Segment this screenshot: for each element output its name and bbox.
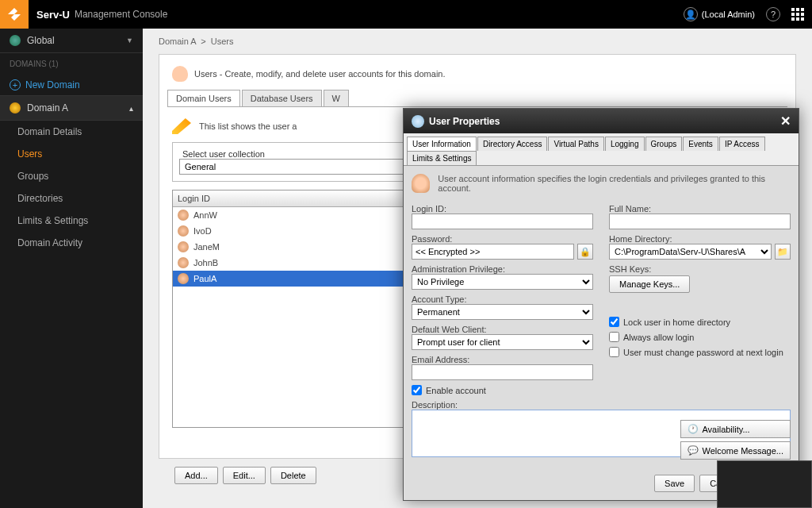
globe-icon bbox=[10, 35, 21, 46]
breadcrumb-domain[interactable]: Domain A bbox=[159, 37, 196, 46]
lock-user-checkbox[interactable] bbox=[609, 317, 619, 327]
modal-user-icon bbox=[412, 174, 430, 193]
user-menu[interactable]: 👤 (Local Admin) bbox=[684, 7, 755, 21]
modal-tab-events[interactable]: Events bbox=[683, 137, 718, 151]
login-id-label: Login ID: bbox=[412, 204, 593, 214]
must-change-label: User must change password at next login bbox=[623, 348, 783, 357]
default-web-select[interactable]: Prompt user for client bbox=[412, 334, 593, 350]
sidebar-item-limits[interactable]: Limits & Settings bbox=[0, 210, 143, 232]
sidebar-item-activity[interactable]: Domain Activity bbox=[0, 232, 143, 254]
sidebar-domain[interactable]: Domain A ▴ bbox=[0, 95, 143, 121]
modal-title-icon bbox=[412, 115, 424, 128]
clock-icon: 🕐 bbox=[688, 424, 699, 434]
tab-other[interactable]: W bbox=[324, 90, 349, 106]
app-logo bbox=[0, 0, 29, 29]
topbar: Serv-U Management Console 👤 (Local Admin… bbox=[0, 0, 812, 29]
breadcrumb: Domain A > Users bbox=[143, 29, 812, 54]
email-input[interactable] bbox=[412, 364, 593, 380]
plus-icon: + bbox=[10, 79, 21, 90]
lock-user-label: Lock user in home directory bbox=[623, 318, 730, 327]
password-lock-icon[interactable]: 🔒 bbox=[577, 244, 593, 260]
collection-legend: Select user collection bbox=[179, 149, 268, 159]
modal-tab-limits[interactable]: Limits & Settings bbox=[407, 151, 477, 165]
modal-titlebar: User Properties ✕ bbox=[404, 109, 799, 133]
domains-section-label: DOMAINS (1) bbox=[0, 53, 143, 75]
account-type-label: Account Type: bbox=[412, 294, 593, 304]
login-id-input[interactable] bbox=[412, 214, 593, 229]
help-icon[interactable]: ? bbox=[766, 7, 780, 21]
user-icon: 👤 bbox=[684, 7, 698, 21]
delete-button[interactable]: Delete bbox=[270, 467, 316, 484]
user-label: (Local Admin) bbox=[702, 10, 755, 19]
chevron-up-icon: ▴ bbox=[129, 104, 133, 113]
sidebar: Global ▼ DOMAINS (1) + New Domain Domain… bbox=[0, 29, 143, 508]
full-name-label: Full Name: bbox=[609, 204, 791, 214]
admin-priv-select[interactable]: No Privilege bbox=[412, 274, 593, 290]
content-area: Domain A > Users Users - Create, modify,… bbox=[143, 29, 812, 508]
close-icon[interactable]: ✕ bbox=[780, 114, 791, 129]
modal-tab-user-info[interactable]: User Information bbox=[407, 137, 477, 151]
account-type-select[interactable]: Permanent bbox=[412, 304, 593, 320]
tab-domain-users[interactable]: Domain Users bbox=[167, 90, 240, 106]
ssh-keys-label: SSH Keys: bbox=[609, 264, 791, 274]
sidebar-item-users[interactable]: Users bbox=[0, 143, 143, 165]
modal-tab-logging[interactable]: Logging bbox=[605, 137, 645, 151]
admin-priv-label: Administration Privilege: bbox=[412, 264, 593, 274]
user-properties-modal: User Properties ✕ User Information Direc… bbox=[403, 108, 799, 501]
modal-tab-directory[interactable]: Directory Access bbox=[477, 137, 547, 151]
mini-preview bbox=[717, 460, 812, 508]
add-button[interactable]: Add... bbox=[174, 467, 218, 484]
modal-tab-groups[interactable]: Groups bbox=[645, 137, 683, 151]
user-row-icon bbox=[178, 257, 189, 268]
always-login-checkbox[interactable] bbox=[609, 332, 619, 342]
tab-database-users[interactable]: Database Users bbox=[242, 90, 322, 106]
modal-hint-text: User account information specifies the l… bbox=[438, 174, 791, 193]
availability-button[interactable]: 🕐Availability... bbox=[680, 420, 791, 438]
must-change-checkbox[interactable] bbox=[609, 347, 619, 357]
caret-down-icon: ▼ bbox=[126, 37, 133, 44]
message-icon: 💬 bbox=[688, 445, 699, 456]
home-dir-label: Home Directory: bbox=[609, 234, 791, 244]
sidebar-global-label: Global bbox=[27, 35, 55, 46]
modal-tab-ip[interactable]: IP Access bbox=[719, 137, 765, 151]
new-domain-label: New Domain bbox=[25, 79, 80, 90]
enable-account-checkbox[interactable] bbox=[412, 385, 422, 395]
email-label: Email Address: bbox=[412, 355, 593, 364]
app-subtitle: Management Console bbox=[75, 9, 167, 20]
user-row-icon bbox=[178, 225, 189, 237]
manage-keys-button[interactable]: Manage Keys... bbox=[609, 275, 690, 293]
panel-title: Users - Create, modify, and delete user … bbox=[194, 69, 446, 79]
domain-name-label: Domain A bbox=[27, 102, 68, 114]
domain-icon bbox=[10, 102, 21, 114]
app-title: Serv-U bbox=[36, 9, 70, 21]
user-row-icon bbox=[178, 273, 189, 284]
sidebar-item-groups[interactable]: Groups bbox=[0, 165, 143, 187]
modal-tabs: User Information Directory Access Virtua… bbox=[404, 133, 799, 166]
sidebar-item-domain-details[interactable]: Domain Details bbox=[0, 121, 143, 143]
browse-folder-icon[interactable]: 📁 bbox=[775, 244, 791, 260]
tab-hint: This list shows the user a bbox=[199, 121, 297, 131]
sidebar-global[interactable]: Global ▼ bbox=[0, 29, 143, 53]
modal-title-text: User Properties bbox=[429, 116, 500, 127]
password-label: Password: bbox=[412, 234, 593, 244]
home-dir-select[interactable]: C:\ProgramData\Serv-U\Shares\A bbox=[609, 244, 772, 260]
save-button[interactable]: Save bbox=[654, 475, 695, 492]
sidebar-item-directories[interactable]: Directories bbox=[0, 187, 143, 210]
new-domain-button[interactable]: + New Domain bbox=[0, 75, 143, 95]
users-icon bbox=[172, 66, 188, 82]
panel-tabs: Domain Users Database Users W bbox=[167, 90, 787, 107]
full-name-input[interactable] bbox=[609, 214, 791, 229]
user-row-icon bbox=[178, 210, 189, 221]
edit-button[interactable]: Edit... bbox=[223, 467, 266, 484]
description-label: Description: bbox=[412, 400, 791, 410]
default-web-label: Default Web Client: bbox=[412, 325, 593, 334]
user-row-icon bbox=[178, 241, 189, 252]
password-input[interactable] bbox=[412, 244, 574, 260]
welcome-message-button[interactable]: 💬Welcome Message... bbox=[680, 441, 791, 460]
pencil-icon bbox=[172, 118, 191, 134]
modal-tab-virtual[interactable]: Virtual Paths bbox=[548, 137, 604, 151]
breadcrumb-page: Users bbox=[211, 37, 234, 46]
apps-grid-icon[interactable] bbox=[791, 8, 804, 21]
enable-account-label: Enable account bbox=[426, 386, 486, 395]
always-login-label: Always allow login bbox=[623, 333, 694, 342]
